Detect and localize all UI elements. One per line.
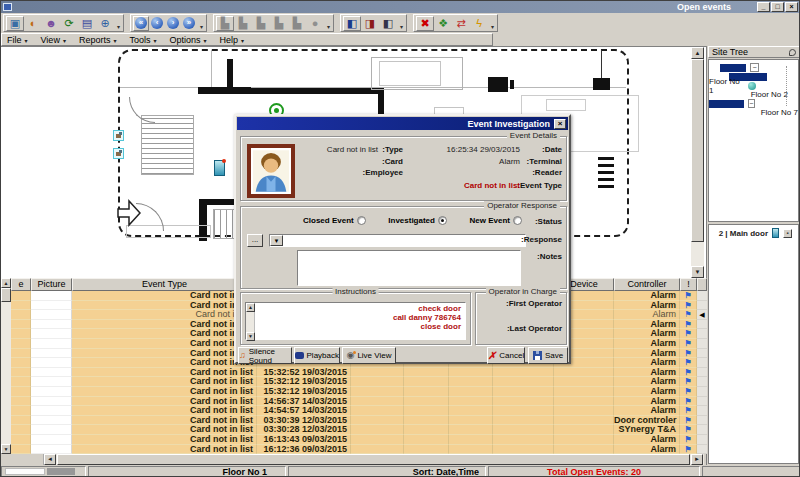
scrollbar-thumb[interactable] bbox=[57, 454, 690, 465]
clock-icon[interactable]: ◐ bbox=[24, 16, 42, 31]
device-icon[interactable]: ▙ bbox=[270, 16, 288, 31]
nav-first-icon[interactable]: « bbox=[133, 16, 149, 31]
event-row[interactable]: Card not in list15:32:12 19/03/2015Alarm… bbox=[11, 377, 707, 387]
toolbar-overflow-icon[interactable]: ▾ bbox=[400, 23, 403, 30]
canvas-vertical-scrollbar[interactable]: ▲ ▼ bbox=[691, 47, 704, 278]
event-row[interactable]: Card not in list03:30:28 12/03/2015SYner… bbox=[11, 425, 707, 435]
lightning-icon[interactable]: ϟ bbox=[470, 16, 488, 31]
flag-icon[interactable]: ⚑ bbox=[684, 329, 691, 338]
search-icon[interactable]: ⊕ bbox=[96, 16, 114, 31]
door-alarm-icon[interactable]: ◨ bbox=[361, 16, 379, 31]
door-open-icon[interactable]: ◧ bbox=[343, 16, 361, 31]
event-row[interactable]: Card not in list16:13:43 09/03/2015Alarm… bbox=[11, 435, 707, 445]
card-reader-icon[interactable] bbox=[113, 148, 124, 159]
find-user-icon[interactable]: ☻ bbox=[42, 16, 60, 31]
toolbar-overflow-icon[interactable]: ▾ bbox=[327, 23, 330, 30]
flag-icon[interactable]: ⚑ bbox=[684, 377, 691, 386]
scroll-up-icon[interactable]: ▲ bbox=[691, 47, 704, 59]
scroll-up-icon[interactable]: ▲ bbox=[1, 278, 11, 288]
nav-prev-icon[interactable]: ‹ bbox=[149, 16, 165, 31]
minimize-icon[interactable] bbox=[757, 2, 770, 12]
nav-last-icon[interactable]: » bbox=[181, 16, 197, 31]
event-row[interactable]: Card not in list15:32:12 19/03/2015Alarm… bbox=[11, 387, 707, 397]
map-edit-icon[interactable]: ❖ bbox=[434, 16, 452, 31]
event-row[interactable]: Card not in list14:54:57 14/03/2015Alarm… bbox=[11, 406, 707, 416]
flag-icon[interactable]: ⚑ bbox=[684, 358, 691, 367]
device-icon[interactable]: ▙ bbox=[234, 16, 252, 31]
toolbar-overflow-icon[interactable]: ▾ bbox=[491, 23, 494, 30]
flag-icon[interactable]: ⚑ bbox=[684, 320, 691, 329]
radio-circle-icon[interactable] bbox=[438, 216, 447, 225]
cancel-button[interactable]: ✗ Cancel bbox=[487, 347, 525, 364]
response-combobox[interactable]: ▼ bbox=[269, 234, 526, 247]
toolbar-overflow-icon[interactable]: ▾ bbox=[117, 23, 120, 30]
scroll-down-icon[interactable]: ▼ bbox=[691, 266, 704, 278]
flag-icon[interactable]: ⚑ bbox=[684, 368, 691, 377]
delete-event-icon[interactable]: ✖ bbox=[416, 16, 434, 31]
menu-view[interactable]: View▾ bbox=[41, 35, 66, 45]
radio-circle-icon[interactable] bbox=[513, 216, 522, 225]
collapse-icon[interactable]: − bbox=[748, 99, 755, 108]
column-header-picture[interactable]: Picture bbox=[31, 278, 72, 291]
flag-icon[interactable]: ⚑ bbox=[684, 445, 691, 454]
restore-icon[interactable] bbox=[771, 2, 784, 12]
table-horizontal-scrollbar[interactable]: ◄ ► bbox=[1, 454, 704, 465]
resend-icon[interactable]: ⇄ bbox=[452, 16, 470, 31]
radio-circle-icon[interactable] bbox=[357, 216, 366, 225]
status-circle-icon[interactable]: ● bbox=[306, 16, 324, 31]
playback-button[interactable]: Playback bbox=[294, 347, 340, 364]
event-row[interactable]: Card not in list16:12:36 09/03/2015Alarm… bbox=[11, 445, 707, 455]
radio-new-event[interactable]: New Event bbox=[470, 216, 522, 225]
column-header-controller[interactable]: Controller bbox=[614, 278, 680, 291]
menu-help[interactable]: Help▾ bbox=[220, 35, 245, 45]
flag-icon[interactable]: ⚑ bbox=[684, 291, 691, 300]
tree-node-selected[interactable]: − bbox=[709, 63, 798, 72]
door-list-button[interactable]: ▪ bbox=[783, 229, 792, 238]
toolbar-overflow-icon[interactable]: ▾ bbox=[200, 23, 203, 30]
door-closed-icon[interactable]: ◧ bbox=[379, 16, 397, 31]
device-icon[interactable]: ▙ bbox=[216, 16, 234, 31]
event-row[interactable]: Card not in list15:32:52 19/03/2015Alarm… bbox=[11, 368, 707, 378]
device-icon[interactable]: ▙ bbox=[288, 16, 306, 31]
radio-investigated[interactable]: Investigated bbox=[388, 216, 447, 225]
tree-node-floor-no-7[interactable]: Floor No 7 bbox=[709, 108, 798, 117]
flag-icon[interactable]: ⚑ bbox=[684, 397, 691, 406]
tree-node-selected[interactable]: − bbox=[709, 99, 798, 108]
card-reader-icon[interactable] bbox=[113, 130, 124, 141]
menu-reports[interactable]: Reports▾ bbox=[79, 35, 117, 45]
pin-icon[interactable] bbox=[789, 49, 796, 56]
door-list-item[interactable]: 2 | Main door ▪ bbox=[709, 225, 798, 238]
door-icon[interactable] bbox=[214, 160, 225, 176]
monitor-icon[interactable]: ▣ bbox=[6, 16, 24, 31]
event-row[interactable]: Card not in list03:30:39 12/03/2015Door … bbox=[11, 416, 707, 426]
chevron-down-icon[interactable]: ▼ bbox=[270, 235, 283, 246]
close-icon[interactable] bbox=[785, 2, 798, 12]
device-icon[interactable]: ▙ bbox=[252, 16, 270, 31]
collapse-icon[interactable]: − bbox=[750, 63, 759, 72]
column-header-e[interactable]: e bbox=[11, 278, 31, 291]
scroll-down-icon[interactable]: ▼ bbox=[246, 332, 255, 341]
flag-icon[interactable]: ⚑ bbox=[684, 406, 691, 415]
menu-options[interactable]: Options▾ bbox=[169, 35, 206, 45]
flag-icon[interactable]: ⚑ bbox=[684, 339, 691, 348]
radio-closed-event[interactable]: Closed Event bbox=[303, 216, 366, 225]
card-icon[interactable]: ▤ bbox=[78, 16, 96, 31]
flag-icon[interactable]: ⚑ bbox=[684, 435, 691, 444]
scroll-down-icon[interactable]: ▼ bbox=[1, 444, 11, 454]
dialog-titlebar[interactable]: Event Investigation bbox=[237, 117, 568, 130]
notes-textarea[interactable] bbox=[297, 250, 521, 286]
scroll-right-icon[interactable]: ► bbox=[691, 454, 703, 465]
save-button[interactable]: Save bbox=[528, 347, 568, 364]
menu-file[interactable]: File▾ bbox=[7, 35, 28, 45]
flag-icon[interactable]: ⚑ bbox=[684, 387, 691, 396]
silence-sound-button[interactable]: ♫ Silence Sound bbox=[238, 347, 292, 364]
site-tree-header[interactable]: Site Tree bbox=[708, 46, 800, 58]
tree-node-floor-no-1[interactable]: Floor No 1 bbox=[709, 81, 798, 90]
flag-icon[interactable]: ⚑ bbox=[684, 349, 691, 358]
column-header-event-type[interactable]: Event Type bbox=[72, 278, 257, 291]
browse-button[interactable]: ... bbox=[247, 234, 263, 247]
scroll-up-icon[interactable]: ▲ bbox=[246, 303, 255, 312]
scrollbar-thumb[interactable] bbox=[691, 59, 704, 242]
menu-tools[interactable]: Tools▾ bbox=[129, 35, 156, 45]
column-header--[interactable]: ! bbox=[680, 278, 697, 291]
